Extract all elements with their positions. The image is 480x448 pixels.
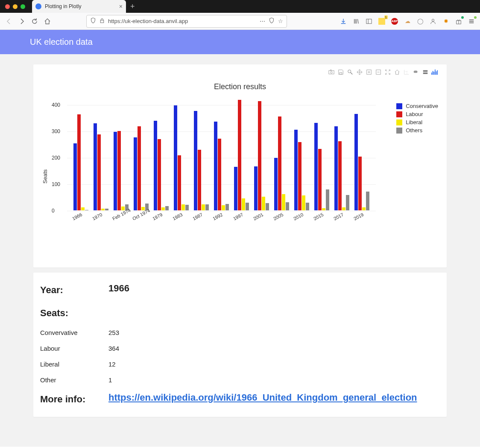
- bar-labour[interactable]: [158, 139, 161, 210]
- bar-conservative[interactable]: [234, 167, 237, 210]
- legend-item[interactable]: Others: [396, 127, 438, 134]
- shield-icon[interactable]: [90, 17, 96, 25]
- browser-tab[interactable]: Plotting in Plotly ×: [32, 0, 126, 13]
- plotly-logo-icon[interactable]: [431, 69, 438, 76]
- url-bar[interactable]: https://uk-election-data.anvil.app ⋯ ☆: [86, 15, 287, 28]
- url-text: https://uk-election-data.anvil.app: [108, 18, 256, 24]
- maximize-window-icon[interactable]: [20, 4, 25, 9]
- bar-group[interactable]: [172, 105, 190, 210]
- zoom-icon[interactable]: [347, 69, 354, 76]
- bar-labour[interactable]: [178, 155, 181, 210]
- bar-labour[interactable]: [338, 141, 342, 210]
- bar-labour[interactable]: [97, 134, 101, 210]
- autoscale-icon[interactable]: [384, 69, 391, 76]
- bar-others[interactable]: [326, 189, 329, 210]
- bar-liberal[interactable]: [302, 195, 305, 210]
- bar-labour[interactable]: [258, 101, 261, 210]
- browser-tabstrip: Plotting in Plotly × +: [0, 0, 480, 13]
- bar-labour[interactable]: [218, 139, 221, 210]
- sidebar-icon[interactable]: [366, 18, 372, 25]
- reload-button[interactable]: [31, 17, 38, 25]
- svg-line-11: [351, 73, 352, 74]
- bar-labour[interactable]: [117, 131, 121, 210]
- plot-area[interactable]: 0100200300400 19661970Feb 1974Oct 197419…: [50, 100, 376, 253]
- bar-conservative[interactable]: [354, 114, 358, 210]
- bar-conservative[interactable]: [194, 111, 197, 210]
- y-tick: 300: [52, 128, 60, 134]
- bar-conservative[interactable]: [214, 122, 217, 210]
- bar-labour[interactable]: [238, 100, 241, 210]
- bar-group[interactable]: [91, 123, 110, 210]
- hover-closest-icon[interactable]: [413, 69, 419, 76]
- legend-item[interactable]: Conservative: [396, 103, 438, 109]
- bar-liberal[interactable]: [242, 198, 245, 210]
- bar-conservative[interactable]: [174, 105, 177, 210]
- minimize-window-icon[interactable]: [13, 4, 18, 9]
- seat-row-label: Other: [40, 372, 108, 388]
- bar-conservative[interactable]: [94, 123, 97, 210]
- downloads-icon[interactable]: [340, 18, 347, 25]
- hover-compare-icon[interactable]: [422, 69, 429, 76]
- extension-ghost-icon[interactable]: ☁: [404, 18, 411, 25]
- account-icon[interactable]: [430, 18, 436, 25]
- home-button[interactable]: [44, 17, 51, 25]
- extension-circle-icon[interactable]: ◯: [417, 18, 424, 25]
- bar-group[interactable]: [212, 122, 231, 210]
- extension-splat-icon[interactable]: ✸: [442, 18, 449, 25]
- bar-group[interactable]: [111, 131, 130, 210]
- zoom-in-icon[interactable]: [366, 69, 372, 76]
- bar-labour[interactable]: [138, 126, 141, 210]
- bar-group[interactable]: [152, 121, 170, 210]
- legend-item[interactable]: Liberal: [396, 119, 438, 125]
- bar-group[interactable]: [252, 101, 271, 210]
- bar-group[interactable]: [313, 123, 331, 210]
- bar-conservative[interactable]: [73, 143, 77, 210]
- camera-icon[interactable]: [328, 69, 335, 76]
- adblock-icon[interactable]: ABP: [391, 18, 398, 25]
- close-window-icon[interactable]: [5, 4, 10, 9]
- bar-group[interactable]: [71, 114, 90, 210]
- lock-icon[interactable]: [100, 17, 105, 25]
- back-button[interactable]: [5, 17, 13, 25]
- bar-liberal[interactable]: [282, 194, 285, 210]
- bar-conservative[interactable]: [314, 123, 318, 210]
- new-tab-button[interactable]: +: [126, 2, 139, 11]
- bar-conservative[interactable]: [134, 137, 137, 210]
- bar-conservative[interactable]: [274, 158, 278, 210]
- reset-axes-icon[interactable]: [394, 69, 401, 76]
- forward-button[interactable]: [18, 17, 26, 25]
- bar-labour[interactable]: [358, 157, 362, 210]
- bar-conservative[interactable]: [294, 130, 298, 210]
- bar-group[interactable]: [272, 116, 291, 210]
- bar-labour[interactable]: [298, 142, 301, 210]
- bar-conservative[interactable]: [154, 121, 157, 210]
- bar-group[interactable]: [192, 111, 211, 210]
- menu-icon[interactable]: [468, 18, 475, 25]
- more-info-link[interactable]: https://en.wikipedia.org/wiki/1966_Unite…: [108, 392, 417, 403]
- bar-labour[interactable]: [198, 150, 201, 210]
- bar-liberal[interactable]: [262, 197, 265, 210]
- pan-icon[interactable]: [356, 69, 363, 76]
- bar-labour[interactable]: [278, 116, 281, 210]
- close-tab-icon[interactable]: ×: [119, 3, 123, 10]
- extension-gift-icon[interactable]: [455, 18, 462, 25]
- spike-lines-icon[interactable]: [403, 69, 410, 76]
- page-actions-icon[interactable]: ⋯: [260, 18, 265, 24]
- zoom-out-icon[interactable]: [375, 69, 382, 76]
- bar-group[interactable]: [232, 100, 251, 210]
- legend-item[interactable]: Labour: [396, 111, 438, 117]
- bar-conservative[interactable]: [254, 166, 258, 210]
- library-icon[interactable]: [353, 18, 360, 25]
- bar-conservative[interactable]: [114, 132, 117, 210]
- save-icon[interactable]: [337, 69, 344, 76]
- bar-labour[interactable]: [77, 114, 81, 210]
- bar-group[interactable]: [132, 126, 150, 210]
- bar-conservative[interactable]: [334, 126, 338, 210]
- reader-mode-icon[interactable]: [269, 17, 275, 25]
- bookmark-star-icon[interactable]: ☆: [278, 18, 283, 24]
- bar-labour[interactable]: [318, 149, 322, 210]
- bar-group[interactable]: [333, 126, 351, 210]
- bar-group[interactable]: [293, 130, 311, 210]
- bar-group[interactable]: [353, 114, 372, 210]
- extension-pixel-icon[interactable]: 1: [378, 18, 385, 25]
